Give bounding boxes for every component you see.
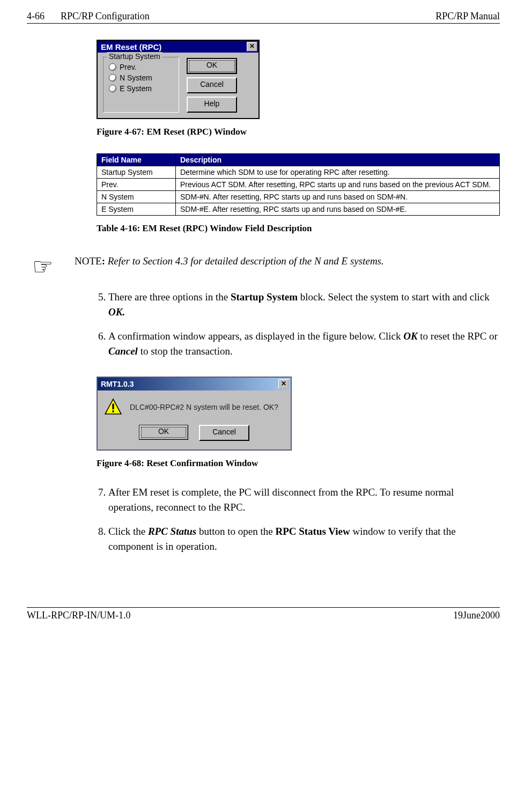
step-5: There are three options in the Startup S… — [108, 290, 500, 319]
note-text: Refer to Section 4.3 for detailed descri… — [108, 255, 384, 267]
text: block. Select the system to start with a… — [298, 291, 490, 303]
col-description: Description — [176, 154, 500, 166]
text-emph: RPC Status — [148, 526, 196, 537]
text-emph: OK. — [108, 306, 125, 318]
text-emph: Cancel — [108, 345, 138, 357]
step-7: After EM reset is complete, the PC will … — [108, 485, 500, 514]
radio-label: Prev. — [120, 63, 137, 71]
warning-icon — [104, 398, 122, 416]
window-title: RMT1.0.3 — [101, 380, 134, 388]
pointing-hand-icon: ☞ — [32, 255, 53, 279]
table-row: N System SDM-#N. After resetting, RPC st… — [97, 191, 500, 203]
page-header: 4-66 RPC/RP Configuration RPC/RP Manual — [27, 11, 500, 24]
window-titlebar: RMT1.0.3 ✕ — [98, 378, 291, 390]
text: A confirmation window appears, as displa… — [108, 330, 403, 342]
cancel-button[interactable]: Cancel — [199, 425, 249, 441]
text-bold: Startup System — [231, 291, 298, 303]
reset-confirmation-window: RMT1.0.3 ✕ DLC#00-RPC#2 N system will be… — [97, 377, 292, 451]
table-header-row: Field Name Description — [97, 154, 500, 166]
cell-desc: Previous ACT SDM. After resetting, RPC s… — [176, 179, 500, 191]
radio-icon — [109, 63, 116, 71]
em-reset-window: EM Reset (RPC) ✕ Startup System Prev. N … — [97, 40, 260, 119]
step-8: Click the RPC Status button to open the … — [108, 524, 500, 554]
cell-desc: SDM-#N. After resetting, RPC starts up a… — [176, 191, 500, 203]
cell-field: N System — [97, 191, 176, 203]
doc-date: 19June2000 — [453, 610, 500, 621]
page-number: 4-66 — [27, 11, 45, 22]
text: There are three options in the — [108, 291, 231, 303]
manual-name: RPC/RP Manual — [435, 11, 500, 22]
note-block: ☞ NOTE: Refer to Section 4.3 for detaile… — [32, 255, 500, 279]
group-legend: Startup System — [107, 52, 162, 61]
figure-caption: Figure 4-67: EM Reset (RPC) Window — [97, 127, 500, 137]
cell-field: Startup System — [97, 166, 176, 179]
steps-list: There are three options in the Startup S… — [94, 290, 500, 358]
table-row: Startup System Determine which SDM to us… — [97, 166, 500, 179]
step-6: A confirmation window appears, as displa… — [108, 329, 500, 358]
confirmation-message: DLC#00-RPC#2 N system will be reset. OK? — [130, 403, 278, 411]
cell-desc: SDM-#E. After resetting, RPC starts up a… — [176, 203, 500, 216]
table-row: Prev. Previous ACT SDM. After resetting,… — [97, 179, 500, 191]
close-icon: ✕ — [281, 380, 286, 387]
cell-desc: Determine which SDM to use for operating… — [176, 166, 500, 179]
page-footer: WLL-RPC/RP-IN/UM-1.0 19June2000 — [27, 607, 500, 621]
field-description-table: Field Name Description Startup System De… — [97, 153, 500, 216]
help-button[interactable]: Help — [187, 97, 237, 113]
text: Click the — [108, 526, 148, 537]
steps-list: After EM reset is complete, the PC will … — [94, 485, 500, 554]
note-label: NOTE — [75, 255, 102, 267]
close-button[interactable]: ✕ — [278, 379, 289, 389]
radio-label: E System — [120, 84, 152, 93]
text: to stop the transaction. — [138, 345, 233, 357]
text-bold: RPC Status View — [275, 526, 350, 537]
text: button to open the — [196, 526, 275, 537]
startup-system-group: Startup System Prev. N System E System — [103, 57, 179, 113]
window-titlebar: EM Reset (RPC) ✕ — [98, 41, 258, 53]
close-icon: ✕ — [249, 42, 255, 50]
ok-button[interactable]: OK — [187, 58, 237, 74]
radio-icon — [109, 85, 116, 92]
text: to reset the RPC or — [418, 330, 498, 342]
cancel-button[interactable]: Cancel — [187, 77, 237, 93]
cell-field: Prev. — [97, 179, 176, 191]
close-button[interactable]: ✕ — [247, 42, 257, 51]
svg-rect-1 — [112, 404, 114, 410]
radio-icon — [109, 74, 116, 82]
radio-prev[interactable]: Prev. — [109, 63, 173, 71]
table-caption: Table 4-16: EM Reset (RPC) Window Field … — [97, 223, 500, 234]
cell-field: E System — [97, 203, 176, 216]
section-title: RPC/RP Configuration — [61, 11, 150, 22]
svg-rect-2 — [112, 411, 114, 412]
table-row: E System SDM-#E. After resetting, RPC st… — [97, 203, 500, 216]
radio-e-system[interactable]: E System — [109, 84, 173, 93]
radio-label: N System — [120, 73, 152, 82]
radio-n-system[interactable]: N System — [109, 73, 173, 82]
ok-button[interactable]: OK — [139, 425, 188, 440]
window-title: EM Reset (RPC) — [101, 42, 161, 51]
figure-caption: Figure 4-68: Reset Confirmation Window — [97, 458, 500, 469]
text-emph: OK — [403, 330, 417, 342]
doc-id: WLL-RPC/RP-IN/UM-1.0 — [27, 610, 131, 621]
col-field-name: Field Name — [97, 154, 176, 166]
